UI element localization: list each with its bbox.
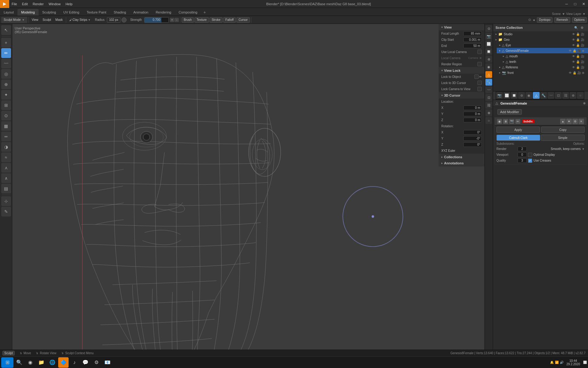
catmull-clark-btn[interactable]: Catmull-Clark: [496, 135, 540, 141]
taskbar-browser[interactable]: 🌐: [47, 357, 58, 368]
tool-pinch[interactable]: ◎: [1, 69, 11, 79]
referens-eye[interactable]: 👁: [572, 66, 575, 69]
end-value[interactable]: 50 m: [463, 44, 482, 48]
modifier-settings[interactable]: ⚙: [572, 119, 578, 124]
rs-output[interactable]: ⬜: [485, 40, 492, 47]
front-restrict[interactable]: 🔒: [573, 71, 576, 75]
menu-window[interactable]: Window: [46, 0, 63, 8]
tab-texture-paint[interactable]: Texture Paint: [83, 9, 110, 16]
modifier-arrow-down[interactable]: ▼: [566, 119, 572, 124]
taskbar-search[interactable]: 🔍: [14, 357, 24, 368]
front-eye[interactable]: 👁: [569, 71, 572, 75]
pi-physics[interactable]: ⊡: [555, 92, 562, 99]
tool-inflate[interactable]: ⊕: [1, 79, 11, 89]
rs-physics[interactable]: ⊡: [485, 94, 492, 101]
optimal-display-checkbox[interactable]: [528, 153, 532, 157]
pi-output[interactable]: ⬜: [503, 92, 510, 99]
tool-select[interactable]: ↖: [1, 25, 11, 35]
menu-file[interactable]: File: [9, 0, 20, 8]
teeth-camera[interactable]: 🎥: [581, 60, 584, 63]
outliner-item-geo[interactable]: ▸ 📁 Geo 👁 🔒 🎥: [493, 37, 588, 42]
taskbar-volume[interactable]: 🔊: [560, 361, 564, 364]
modifier-toggle[interactable]: ◉: [497, 119, 502, 124]
stroke-dropdown[interactable]: Stroke: [209, 17, 223, 23]
apply-btn[interactable]: Apply: [496, 127, 540, 133]
eye-restrict[interactable]: 🔒: [576, 44, 580, 47]
genesis-restrict[interactable]: 🔒: [573, 49, 576, 52]
eye-eye[interactable]: 👁: [572, 44, 575, 47]
add-workspace[interactable]: +: [201, 9, 208, 16]
tab-compositing[interactable]: Compositing: [175, 9, 201, 16]
tab-uv-editing[interactable]: UV Editing: [60, 9, 83, 16]
strength-add[interactable]: +: [170, 18, 174, 22]
dyntopo-dropdown[interactable]: Dyntopo: [537, 17, 552, 23]
toolbar-sculpt[interactable]: Sculpt: [41, 17, 53, 23]
tool-smooth[interactable]: 〰: [1, 59, 11, 68]
taskbar-spotify[interactable]: ♪: [69, 357, 80, 368]
lock-to-object-edit[interactable]: ✏: [479, 75, 482, 79]
pi-material[interactable]: ○: [577, 92, 584, 99]
viewport-value[interactable]: 0: [518, 152, 527, 157]
close-btn[interactable]: ✕: [579, 0, 588, 8]
pi-constraints[interactable]: ⛓: [562, 92, 569, 99]
xray-btn[interactable]: ⊙: [528, 18, 531, 22]
geo-restrict[interactable]: 🔒: [576, 38, 580, 41]
tool-clay-strips[interactable]: ▦: [1, 121, 11, 131]
smooth-dropdown[interactable]: ▼: [582, 148, 585, 151]
tab-rendering[interactable]: Rendering: [152, 9, 175, 16]
focal-length-value[interactable]: 85 mm: [463, 31, 482, 36]
rs-view-layer[interactable]: 🔲: [485, 48, 492, 55]
outliner-item-front[interactable]: ▸ 📷 front 👁 🔒 🎥 ⊕: [497, 70, 588, 75]
teeth-restrict[interactable]: 🔒: [576, 60, 580, 63]
tool-scrape[interactable]: ≈: [1, 152, 11, 162]
taskbar-network[interactable]: 📶: [555, 361, 559, 364]
sculpt-mode-dropdown[interactable]: Sculpt Mode ▼: [1, 17, 27, 23]
render-value[interactable]: 2: [518, 147, 527, 151]
menu-edit[interactable]: Edit: [20, 0, 30, 8]
tab-modeling[interactable]: Modeling: [17, 9, 39, 16]
tool-draw[interactable]: ✏: [1, 48, 11, 58]
modifier-arrow-up[interactable]: ▲: [560, 119, 566, 124]
geo-camera[interactable]: 🎥: [581, 38, 584, 41]
falloff-dropdown[interactable]: Falloff: [223, 17, 236, 23]
tab-sculpting[interactable]: Sculpting: [39, 9, 60, 16]
mouth-restrict[interactable]: 🔒: [576, 55, 580, 58]
lock-to-object-checkbox[interactable]: [474, 75, 479, 79]
camera-clear-btn[interactable]: ✕: [479, 56, 482, 60]
modifier-render[interactable]: 📷: [509, 119, 514, 124]
front-extra[interactable]: ⊕: [582, 71, 584, 75]
tool-cursor[interactable]: +: [1, 38, 11, 48]
brush-name[interactable]: 🖌 Clay Strips ▼: [67, 17, 92, 23]
taskbar-discord[interactable]: 💬: [80, 357, 91, 368]
rs-render[interactable]: 📷: [485, 33, 492, 40]
solid-btn[interactable]: ●: [533, 18, 535, 22]
outliner-item-studio[interactable]: ▸ 📁 Studio 👁 🔒 🎥: [493, 31, 588, 37]
add-modifier-btn[interactable]: Add Modifier: [497, 109, 522, 115]
studio-eye[interactable]: 👁: [572, 33, 575, 36]
pi-particles[interactable]: 〰: [548, 92, 554, 99]
maximize-btn[interactable]: □: [571, 0, 579, 8]
studio-camera[interactable]: 🎥: [581, 33, 584, 36]
taskbar-cortana[interactable]: ◉: [25, 357, 36, 368]
modifier-edit[interactable]: ✏: [515, 119, 520, 124]
rs-material[interactable]: ○: [485, 117, 492, 124]
taskbar-app1[interactable]: ⚙: [91, 357, 102, 368]
taskbar-blender[interactable]: 🔷: [58, 357, 69, 368]
copy-btn[interactable]: Copy: [541, 127, 585, 133]
pi-world[interactable]: ◉: [526, 92, 532, 99]
texture-dropdown[interactable]: Texture: [194, 17, 209, 23]
menu-help[interactable]: Help: [63, 0, 75, 8]
sculpt-key[interactable]: Sculpt: [2, 351, 15, 355]
outliner-item-referens[interactable]: ▸ △ Referens 👁 🔒 🎥: [497, 64, 588, 70]
mouth-camera[interactable]: 🎥: [581, 55, 584, 58]
toolbar-mask[interactable]: Mask: [54, 17, 65, 23]
strength-field[interactable]: 0.700: [144, 17, 169, 23]
cursor-ry-value[interactable]: -0°: [463, 136, 482, 141]
cursor-3d-header[interactable]: ▾ 3D Cursor: [439, 92, 484, 98]
taskbar-notifications-center[interactable]: ⬜: [583, 361, 587, 364]
cursor-y-value[interactable]: 0 m: [463, 112, 482, 116]
modifier-close[interactable]: ✕: [579, 119, 584, 124]
object-name-edit[interactable]: ⊕: [583, 102, 586, 105]
rs-particles[interactable]: 〰: [485, 86, 492, 93]
tool-peaks[interactable]: ⋏: [1, 163, 11, 173]
